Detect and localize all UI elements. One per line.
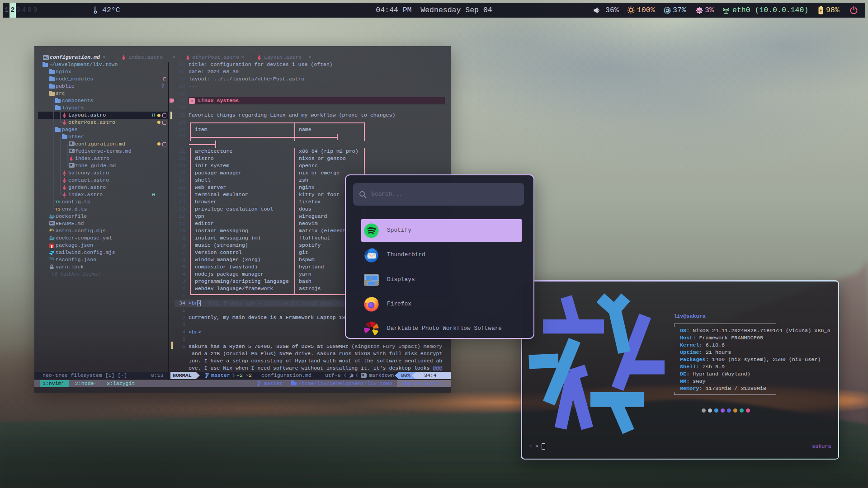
svg-text:GN: GN <box>697 9 702 12</box>
